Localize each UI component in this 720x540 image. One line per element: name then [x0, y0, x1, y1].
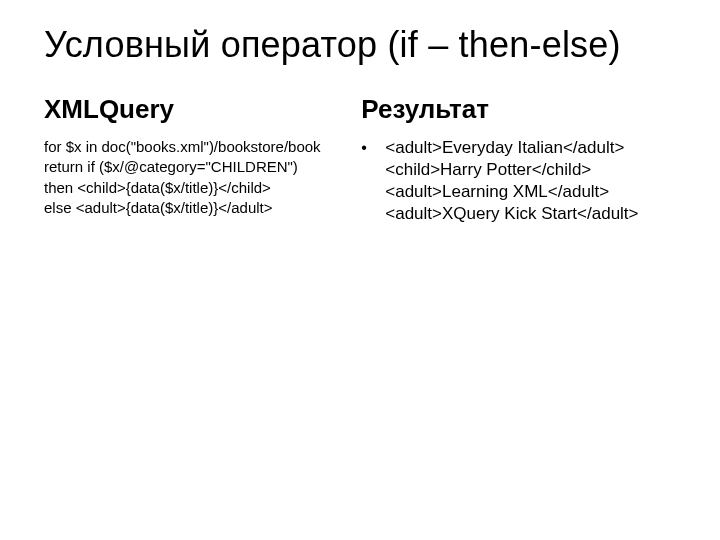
bullet-icon: •	[361, 137, 385, 225]
result-block: • <adult>Everyday Italian</adult> <child…	[361, 137, 692, 225]
result-line: <adult>XQuery Kick Start</adult>	[385, 203, 638, 225]
left-column: XMLQuery for $x in doc("books.xml")/book…	[44, 94, 349, 225]
slide-title: Условный оператор (if – then-else)	[44, 24, 680, 66]
right-column: Результат • <adult>Everyday Italian</adu…	[361, 94, 692, 225]
result-line: <adult>Learning XML</adult>	[385, 181, 638, 203]
columns: XMLQuery for $x in doc("books.xml")/book…	[44, 94, 680, 225]
result-line: <adult>Everyday Italian</adult>	[385, 137, 638, 159]
result-line: <child>Harry Potter</child>	[385, 159, 638, 181]
code-line: then <child>{data($x/title)}</child>	[44, 178, 349, 198]
result-lines: <adult>Everyday Italian</adult> <child>H…	[385, 137, 638, 225]
slide: Условный оператор (if – then-else) XMLQu…	[0, 0, 720, 540]
left-heading: XMLQuery	[44, 94, 349, 125]
xquery-code: for $x in doc("books.xml")/bookstore/boo…	[44, 137, 349, 218]
right-heading: Результат	[361, 94, 692, 125]
code-line: for $x in doc("books.xml")/bookstore/boo…	[44, 137, 349, 157]
code-line: return if ($x/@category="CHILDREN")	[44, 157, 349, 177]
code-line: else <adult>{data($x/title)}</adult>	[44, 198, 349, 218]
